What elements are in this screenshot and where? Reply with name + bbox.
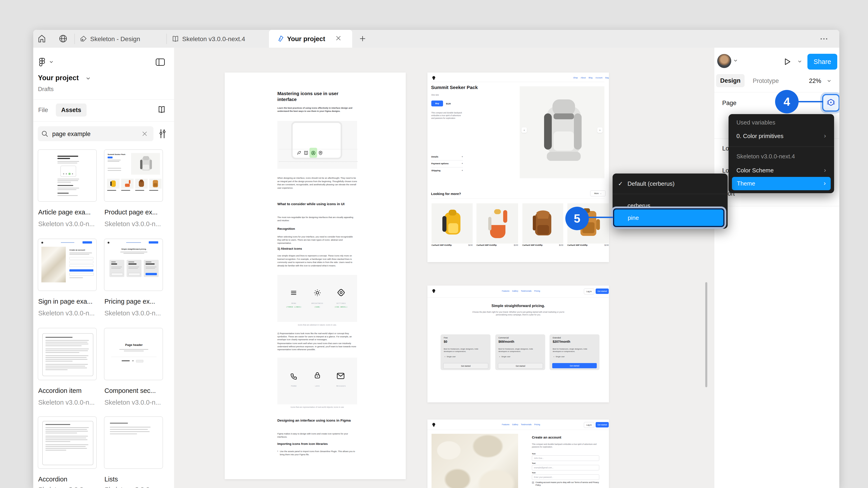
filter-icon[interactable] <box>158 129 167 139</box>
nav-link[interactable]: About <box>581 76 586 79</box>
chevron-down-icon[interactable] <box>798 60 802 63</box>
plan-card-commercial[interactable]: Commercial $69/month Best for freelancer… <box>495 334 545 370</box>
tab-design-active[interactable]: Design <box>716 74 745 87</box>
asset-card-pricing[interactable]: Simple straightforward pricing. <box>104 238 163 291</box>
more-button[interactable]: More → <box>590 191 606 196</box>
asset-card-accordion[interactable] <box>38 416 97 469</box>
asset-subtitle: Skeleton v3.0.0-n... <box>38 399 101 406</box>
chevron-down-icon[interactable] <box>86 76 91 80</box>
library-book-icon <box>172 35 179 42</box>
figure-caption: Icons that are representative of real-wo… <box>277 406 357 408</box>
product-card[interactable] <box>522 203 563 243</box>
asset-card-component-section[interactable]: Page header <box>104 328 163 380</box>
share-button[interactable]: Share <box>807 54 837 70</box>
get-started-button[interactable]: Get started <box>596 422 609 427</box>
canvas-frame-signup[interactable]: Features Gallery Testimonials Pricing Lo… <box>428 420 609 488</box>
icon-label: MESSAGES <box>331 385 351 387</box>
product-card[interactable] <box>476 203 518 243</box>
accordion-row-payment[interactable]: Payment options + <box>431 160 463 167</box>
chevron-down-icon[interactable] <box>733 59 738 62</box>
canvas-frame-article[interactable]: Mastering icons use in user interface Le… <box>225 72 406 479</box>
tab-skeleton-design[interactable]: Skeleton - Design <box>74 30 166 48</box>
carousel-next-icon[interactable]: › <box>597 127 602 133</box>
plan-desc: Best for freelancers, single designers, … <box>498 348 541 353</box>
plan-cta-button[interactable]: Get started <box>498 363 543 369</box>
chevron-down-icon[interactable] <box>49 60 54 64</box>
asset-card-signin[interactable]: Create an account <box>38 238 97 291</box>
community-globe-icon[interactable] <box>59 34 68 43</box>
tab-assets-active[interactable]: Assets <box>56 103 87 117</box>
home-icon[interactable] <box>37 34 46 43</box>
nav-link[interactable]: Testimonials <box>521 423 531 426</box>
submenu-arrow-icon: › <box>824 166 826 174</box>
canvas-frame-pricing[interactable]: Features Gallery Testimonials Pricing Lo… <box>428 286 609 402</box>
nav-link[interactable]: Blog <box>589 76 592 79</box>
email-field[interactable]: example@gmail.com... <box>532 465 599 470</box>
section-page-label[interactable]: Page <box>722 100 737 107</box>
menu-item-pine-highlighted[interactable]: pine <box>613 208 724 227</box>
accordion-row-details[interactable]: Details + <box>431 155 463 160</box>
carousel-prev-icon[interactable]: ‹ <box>522 127 527 133</box>
nav-link[interactable]: Gallery <box>512 290 518 292</box>
present-play-icon[interactable] <box>783 57 792 66</box>
product-description: This compact and durable backpack embodi… <box>431 111 463 120</box>
terms-checkbox[interactable] <box>532 482 534 484</box>
tab-skeleton-library[interactable]: Skeleton v3.0.0-next.4 <box>166 30 269 48</box>
canvas-frame-product[interactable]: Shop About Blog Account Bag Summit Seeke… <box>428 72 609 262</box>
tab-file[interactable]: File <box>38 107 48 113</box>
libraries-book-icon[interactable] <box>157 105 166 113</box>
clear-search-icon[interactable] <box>141 130 148 137</box>
get-started-button[interactable]: Get started <box>596 289 609 294</box>
thumb-product-image <box>131 153 160 175</box>
page-title[interactable]: Your project <box>38 74 79 82</box>
divider <box>33 121 174 122</box>
nav-link[interactable]: Testimonials <box>521 290 531 292</box>
close-tab-icon[interactable] <box>335 35 342 41</box>
toggle-sidebar-icon[interactable] <box>156 58 165 66</box>
plan-card-extended[interactable]: Extended $207/month Best for freelancers… <box>550 334 599 370</box>
apply-variables-button[interactable] <box>822 94 839 111</box>
menu-item-color-primitives[interactable]: 0. Color primitives <box>737 133 783 140</box>
menu-item-default-cerberus[interactable]: Default (cerberus) <box>627 180 675 187</box>
nav-link[interactable]: Pricing <box>534 423 540 426</box>
asset-card-article[interactable] <box>38 149 97 202</box>
canvas-scrollbar[interactable] <box>705 282 707 387</box>
thumb-title: Simple straightforward pricing. <box>104 248 163 250</box>
search-input[interactable] <box>52 129 134 139</box>
envelope-icon <box>337 372 345 379</box>
article-h2: What to consider while using icons in UI <box>277 202 354 206</box>
window-more-icon[interactable] <box>819 36 829 42</box>
asset-card-lists[interactable] <box>104 416 163 469</box>
name-field[interactable]: John Doe... <box>532 455 599 461</box>
asset-card-product[interactable]: Summit Seeker Pack <box>104 149 163 202</box>
nav-link[interactable]: Features <box>502 423 509 426</box>
tab-prototype[interactable]: Prototype <box>753 77 779 85</box>
nav-link[interactable]: Bag <box>605 76 609 79</box>
nav-link[interactable]: Shop <box>573 76 578 79</box>
avatar[interactable] <box>717 54 731 68</box>
product-price: $230 <box>514 244 518 246</box>
tab-your-project-active[interactable]: Your project <box>269 30 352 48</box>
design-canvas[interactable]: Mastering icons use in user interface Le… <box>174 48 714 488</box>
menu-item-color-scheme[interactable]: Color Scheme <box>737 167 774 174</box>
nav-link[interactable]: Features <box>502 290 509 292</box>
buy-button[interactable]: Buy <box>431 101 443 106</box>
nav-link[interactable]: Pricing <box>534 290 540 292</box>
new-tab-plus-icon[interactable] <box>359 35 366 42</box>
plan-cta-button[interactable]: Get started <box>443 363 488 369</box>
login-button[interactable]: Log in <box>584 422 594 428</box>
chevron-down-icon[interactable] <box>827 79 831 83</box>
login-button[interactable]: Log in <box>584 289 594 294</box>
figma-logo-icon[interactable] <box>38 58 46 67</box>
nav-link[interactable]: Gallery <box>512 423 518 426</box>
plan-card-free[interactable]: Free $0 Best for freelancers, single des… <box>440 334 491 370</box>
search-box[interactable] <box>38 126 153 141</box>
zoom-level[interactable]: 22% <box>809 77 821 85</box>
password-field[interactable]: Enter your password... <box>532 475 599 480</box>
asset-card-accordion-item[interactable] <box>38 328 97 380</box>
nav-link[interactable]: Account <box>595 76 602 79</box>
menu-item-theme-highlighted[interactable]: Theme › <box>732 177 831 190</box>
accordion-row-shipping[interactable]: Shipping + <box>431 167 463 174</box>
plan-cta-button-primary[interactable]: Get started <box>552 363 597 368</box>
product-card[interactable] <box>432 203 473 243</box>
